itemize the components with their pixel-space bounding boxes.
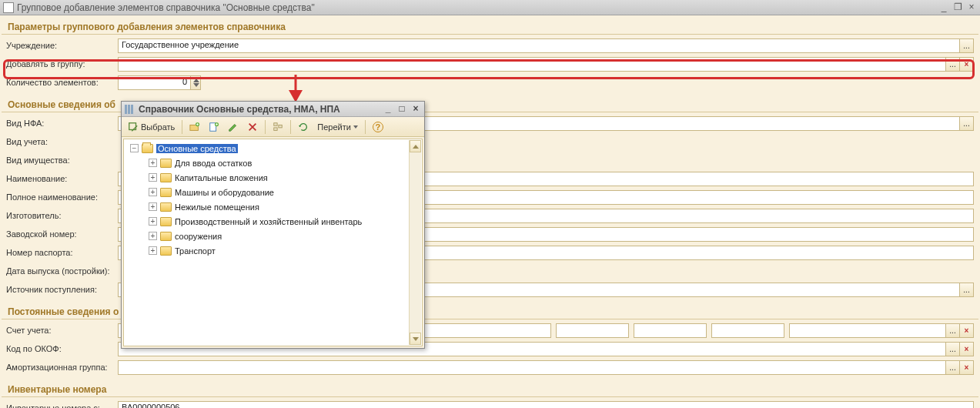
- tree-item-label: Нежилые помещения: [175, 202, 259, 212]
- account-lookup-button[interactable]: ...: [945, 323, 960, 338]
- popup-toolbar: Выбрать Перейти ?: [122, 117, 424, 137]
- folder-icon: [160, 159, 172, 168]
- svg-rect-8: [274, 127, 277, 130]
- nfa-lookup-button[interactable]: ...: [959, 116, 974, 131]
- amort-clear-button[interactable]: ×: [959, 360, 974, 375]
- pencil-icon: [228, 122, 239, 132]
- select-button-label: Выбрать: [141, 122, 175, 132]
- window-icon: [3, 2, 14, 13]
- main-title-bar: Групповое добавление элементов справочни…: [0, 0, 980, 15]
- window-minimize-button[interactable]: _: [938, 2, 949, 13]
- tree-item[interactable]: + Капитальные вложения: [124, 170, 422, 185]
- svg-rect-7: [274, 122, 277, 125]
- delete-button[interactable]: [244, 119, 261, 135]
- expand-icon[interactable]: +: [149, 159, 157, 167]
- tree-item[interactable]: + Транспорт: [124, 243, 422, 258]
- label-name: Наименование:: [6, 174, 118, 183]
- label-manuf: Изготовитель:: [6, 211, 118, 220]
- delete-icon: [247, 122, 258, 132]
- label-count: Количество элементов:: [6, 78, 118, 87]
- expand-icon[interactable]: +: [149, 173, 157, 182]
- tree-item-label: Транспорт: [175, 246, 216, 256]
- tree-item-label: Машины и оборудование: [175, 188, 274, 197]
- scroll-up-button[interactable]: [410, 140, 421, 152]
- hierarchy-icon: [273, 122, 283, 132]
- add-item-icon: [209, 122, 219, 132]
- collapse-icon[interactable]: −: [130, 144, 139, 152]
- label-date: Дата выпуска (постройки):: [6, 266, 118, 276]
- window-restore-button[interactable]: ❐: [952, 2, 963, 13]
- expand-icon[interactable]: +: [149, 232, 157, 240]
- input-group[interactable]: [118, 57, 946, 72]
- goto-button[interactable]: Перейти: [314, 119, 361, 135]
- refresh-icon: [298, 122, 309, 132]
- input-account-extra3[interactable]: [711, 323, 784, 338]
- section-params-header: Параметры группового добавления элементо…: [2, 15, 978, 35]
- label-group: Добавлять в группу:: [6, 59, 118, 69]
- label-amort: Амортизационная группа:: [6, 363, 118, 372]
- label-source: Источник поступления:: [6, 285, 118, 294]
- add-item-button[interactable]: [206, 119, 222, 135]
- refresh-button[interactable]: [295, 119, 312, 135]
- popup-maximize-button[interactable]: □: [396, 104, 407, 115]
- help-icon: ?: [373, 122, 383, 132]
- add-folder-icon: [189, 122, 200, 132]
- chevron-up-icon: [413, 145, 419, 149]
- tree-item-label: сооружения: [175, 232, 222, 241]
- input-org[interactable]: Государственное учреждение: [118, 38, 960, 53]
- group-clear-button[interactable]: ×: [959, 57, 974, 72]
- folder-icon: [160, 232, 172, 241]
- expand-icon[interactable]: +: [149, 188, 157, 196]
- hierarchy-button[interactable]: [269, 119, 286, 135]
- folder-icon: [160, 246, 172, 256]
- org-lookup-button[interactable]: ...: [959, 38, 974, 53]
- count-spinner[interactable]: [190, 75, 201, 90]
- input-count[interactable]: 0: [118, 75, 191, 90]
- input-amort[interactable]: [118, 360, 946, 375]
- section-inv-header: Инвентарные номера: [2, 378, 978, 397]
- tree-item[interactable]: + сооружения: [124, 229, 422, 243]
- popup-close-button[interactable]: ×: [410, 104, 421, 115]
- reference-selector-popup: Справочник Основные средства, НМА, НПА _…: [121, 101, 425, 349]
- folder-icon: [160, 188, 172, 197]
- account-clear-button[interactable]: ×: [959, 323, 974, 338]
- amort-lookup-button[interactable]: ...: [945, 360, 960, 375]
- tree-item[interactable]: + Нежилые помещения: [124, 199, 422, 214]
- popup-minimize-button[interactable]: _: [383, 104, 393, 115]
- label-nfa: Вид НФА:: [6, 119, 118, 128]
- label-fullname: Полное наименование:: [6, 192, 118, 202]
- tree-root-label: Основные средства: [156, 144, 238, 153]
- expand-icon[interactable]: +: [149, 246, 157, 255]
- chevron-down-icon: [413, 337, 419, 341]
- input-account-extra1[interactable]: [556, 323, 629, 338]
- dropdown-arrow-icon: [353, 125, 358, 129]
- tree-item[interactable]: + Машины и оборудование: [124, 185, 422, 199]
- help-button[interactable]: ?: [370, 119, 386, 135]
- tree-item-label: Для ввода остатков: [175, 159, 252, 168]
- window-close-button[interactable]: ×: [966, 2, 977, 13]
- popup-title-icon: [125, 105, 135, 114]
- tree-item[interactable]: + Производственный и хозяйственный инвен…: [124, 214, 422, 229]
- input-inv-from[interactable]: ВА0000000506: [118, 401, 974, 409]
- okof-lookup-button[interactable]: ...: [945, 342, 960, 356]
- tree-item[interactable]: + Для ввода остатков: [124, 156, 422, 170]
- source-lookup-button[interactable]: ...: [959, 283, 974, 297]
- tree-root-row[interactable]: − Основные средства: [124, 141, 422, 156]
- edit-button[interactable]: [225, 119, 242, 135]
- add-folder-button[interactable]: [186, 119, 203, 135]
- popup-title-bar: Справочник Основные средства, НМА, НПА _…: [122, 102, 424, 117]
- expand-icon[interactable]: +: [149, 217, 157, 226]
- input-account-extra4[interactable]: [789, 323, 946, 338]
- select-icon: [128, 122, 139, 132]
- label-inv-from: Инвентарные номера с:: [6, 403, 118, 408]
- goto-button-label: Перейти: [317, 122, 351, 132]
- group-lookup-button[interactable]: ...: [945, 57, 960, 72]
- expand-icon[interactable]: +: [149, 202, 157, 211]
- input-account-extra2[interactable]: [634, 323, 707, 338]
- scroll-down-button[interactable]: [410, 333, 421, 345]
- tree-item-label: Капитальные вложения: [175, 173, 268, 182]
- select-button[interactable]: Выбрать: [125, 119, 178, 135]
- okof-clear-button[interactable]: ×: [959, 342, 974, 356]
- scrollbar[interactable]: [409, 140, 421, 345]
- label-account: Счет учета:: [6, 326, 118, 335]
